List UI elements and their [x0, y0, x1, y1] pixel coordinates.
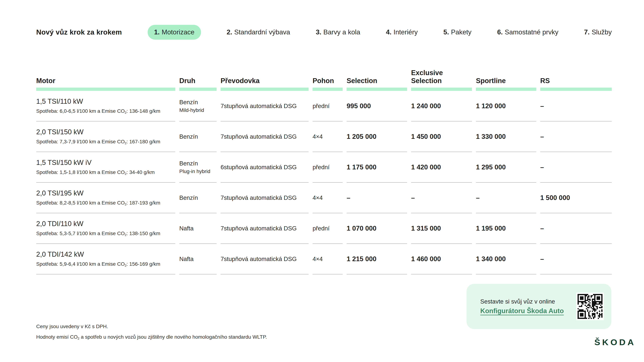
- step-label: Služby: [592, 28, 612, 36]
- drive-cell: 4×4: [312, 121, 343, 152]
- motor-cell: 2,0 TSI/195 kW Spotřeba: 8,2-8,5 l/100 k…: [36, 183, 175, 213]
- step-1-motorizace[interactable]: 1. Motorizace: [148, 25, 201, 40]
- motor-name: 2,0 TDI/110 kW: [36, 220, 175, 228]
- price-selection: 1 070 000: [347, 213, 407, 244]
- column-header-druh: Druh: [179, 77, 216, 91]
- step-4-interiery[interactable]: 4. Interiéry: [386, 28, 418, 36]
- fuel-cell: Benzín Plug-in hybrid: [179, 152, 216, 183]
- fuel-cell: Benzín: [179, 121, 216, 152]
- step-number: 3.: [316, 28, 322, 36]
- price-sportline: 1 340 000: [476, 244, 536, 274]
- motor-name: 1,5 TSI/150 kW iV: [36, 159, 175, 167]
- promo-text: Sestavte si svůj vůz v online Konfigurát…: [480, 298, 564, 315]
- engine-price-table: Motor Druh Převodovka Pohon Selection Ex…: [36, 69, 612, 274]
- skoda-price-list-page: Nový vůz krok za krokem 1. Motorizace 2.…: [0, 0, 644, 362]
- skoda-logo: ŠKODA: [594, 338, 636, 347]
- motor-spec: Spotřeba: 6,0-6,5 l/100 km a Emise CO2: …: [36, 108, 175, 115]
- table-header-row: Motor Druh Převodovka Pohon Selection Ex…: [36, 69, 612, 91]
- step-label: Pakety: [451, 28, 472, 36]
- price-rs: –: [540, 244, 612, 274]
- price-sportline: 1 295 000: [476, 152, 536, 183]
- price-selection: 1 205 000: [347, 121, 407, 152]
- price-rs: –: [540, 121, 612, 152]
- step-number: 6.: [497, 28, 503, 36]
- configurator-link[interactable]: Konfigurátoru Škoda Auto: [480, 307, 564, 315]
- gearbox-cell: 7stupňová automatická DSG: [220, 121, 308, 152]
- price-selection: –: [347, 183, 407, 213]
- price-rs: –: [540, 91, 612, 121]
- drive-cell: přední: [312, 213, 343, 244]
- step-label: Interiéry: [394, 28, 418, 36]
- column-header-exclusive-selection: Exclusive Selection: [411, 69, 472, 91]
- drive-cell: 4×4: [312, 244, 343, 274]
- promo-line: Sestavte si svůj vůz v online: [480, 298, 564, 305]
- step-number: 5.: [443, 28, 449, 36]
- table-row: 2,0 TDI/110 kW Spotřeba: 5,3-5,7 l/100 k…: [36, 213, 612, 244]
- column-header-rs: RS: [540, 77, 612, 91]
- step-5-pakety[interactable]: 5. Pakety: [443, 28, 472, 36]
- step-nav: Nový vůz krok za krokem 1. Motorizace 2.…: [36, 25, 612, 40]
- table-row: 2,0 TSI/150 kW Spotřeba: 7,3-7,9 l/100 k…: [36, 121, 612, 152]
- motor-name: 2,0 TSI/195 kW: [36, 189, 175, 197]
- motor-cell: 2,0 TSI/150 kW Spotřeba: 7,3-7,9 l/100 k…: [36, 121, 175, 152]
- step-label: Barvy a kola: [324, 28, 360, 36]
- price-exclusive-selection: 1 450 000: [411, 121, 472, 152]
- motor-name: 1,5 TSI/110 kW: [36, 98, 175, 105]
- fuel-cell: Benzín: [179, 183, 216, 213]
- price-selection: 1 215 000: [347, 244, 407, 274]
- fuel-cell: Benzín Mild-hybrid: [179, 91, 216, 121]
- price-note: Ceny jsou uvedeny v Kč s DPH.: [36, 324, 108, 330]
- motor-cell: 1,5 TSI/150 kW iV Spotřeba: 1,5-1,8 l/10…: [36, 152, 175, 183]
- column-header-prevodovka: Převodovka: [220, 77, 308, 91]
- table-row: 1,5 TSI/150 kW iV Spotřeba: 1,5-1,8 l/10…: [36, 152, 612, 183]
- motor-name: 2,0 TSI/150 kW: [36, 128, 175, 136]
- price-exclusive-selection: 1 460 000: [411, 244, 472, 274]
- wltp-note: Hodnoty emisí CO2 a spotřeb u nových voz…: [36, 334, 267, 341]
- price-exclusive-selection: 1 420 000: [411, 152, 472, 183]
- price-exclusive-selection: –: [411, 183, 472, 213]
- header-underline: [411, 88, 472, 91]
- step-3-barvy-a-kola[interactable]: 3. Barvy a kola: [316, 28, 360, 36]
- gearbox-cell: 7stupňová automatická DSG: [220, 244, 308, 274]
- column-header-sportline: Sportline: [476, 77, 536, 91]
- motor-spec: Spotřeba: 5,9-6,4 l/100 km a Emise CO2: …: [36, 261, 175, 268]
- gearbox-cell: 7stupňová automatická DSG: [220, 91, 308, 121]
- drive-cell: 4×4: [312, 183, 343, 213]
- gearbox-cell: 7stupňová automatická DSG: [220, 213, 308, 244]
- motor-spec: Spotřeba: 7,3-7,9 l/100 km a Emise CO2: …: [36, 139, 175, 145]
- table-row: 2,0 TSI/195 kW Spotřeba: 8,2-8,5 l/100 k…: [36, 183, 612, 213]
- price-sportline: 1 120 000: [476, 91, 536, 121]
- step-label: Standardní výbava: [234, 28, 290, 36]
- step-6-samostatne-prvky[interactable]: 6. Samostatné prvky: [497, 28, 558, 36]
- motor-spec: Spotřeba: 5,3-5,7 l/100 km a Emise CO2: …: [36, 231, 175, 237]
- column-header-selection: Selection: [347, 77, 407, 91]
- drive-cell: přední: [312, 152, 343, 183]
- qr-code: [576, 293, 604, 320]
- price-selection: 995 000: [347, 91, 407, 121]
- motor-cell: 2,0 TDI/142 kW Spotřeba: 5,9-6,4 l/100 k…: [36, 244, 175, 274]
- gearbox-cell: 7stupňová automatická DSG: [220, 183, 308, 213]
- header-underline: [220, 88, 308, 91]
- price-sportline: 1 330 000: [476, 121, 536, 152]
- header-underline: [540, 88, 612, 91]
- column-header-motor: Motor: [36, 77, 175, 91]
- step-number: 1.: [154, 28, 160, 36]
- step-2-standardni-vybava[interactable]: 2. Standardní výbava: [226, 28, 290, 36]
- column-header-pohon: Pohon: [312, 77, 343, 91]
- step-label: Samostatné prvky: [505, 28, 558, 36]
- step-number: 7.: [584, 28, 590, 36]
- fuel-cell: Nafta: [179, 244, 216, 274]
- table-row: 2,0 TDI/142 kW Spotřeba: 5,9-6,4 l/100 k…: [36, 244, 612, 274]
- header-underline: [179, 88, 216, 91]
- price-rs: 1 500 000: [540, 183, 612, 213]
- step-7-sluzby[interactable]: 7. Služby: [584, 28, 612, 36]
- fuel-cell: Nafta: [179, 213, 216, 244]
- price-selection: 1 175 000: [347, 152, 407, 183]
- price-exclusive-selection: 1 240 000: [411, 91, 472, 121]
- price-sportline: 1 195 000: [476, 213, 536, 244]
- motor-name: 2,0 TDI/142 kW: [36, 251, 175, 258]
- header-underline: [312, 88, 343, 91]
- gearbox-cell: 6stupňová automatická DSG: [220, 152, 308, 183]
- price-rs: –: [540, 152, 612, 183]
- table-row: 1,5 TSI/110 kW Spotřeba: 6,0-6,5 l/100 k…: [36, 91, 612, 121]
